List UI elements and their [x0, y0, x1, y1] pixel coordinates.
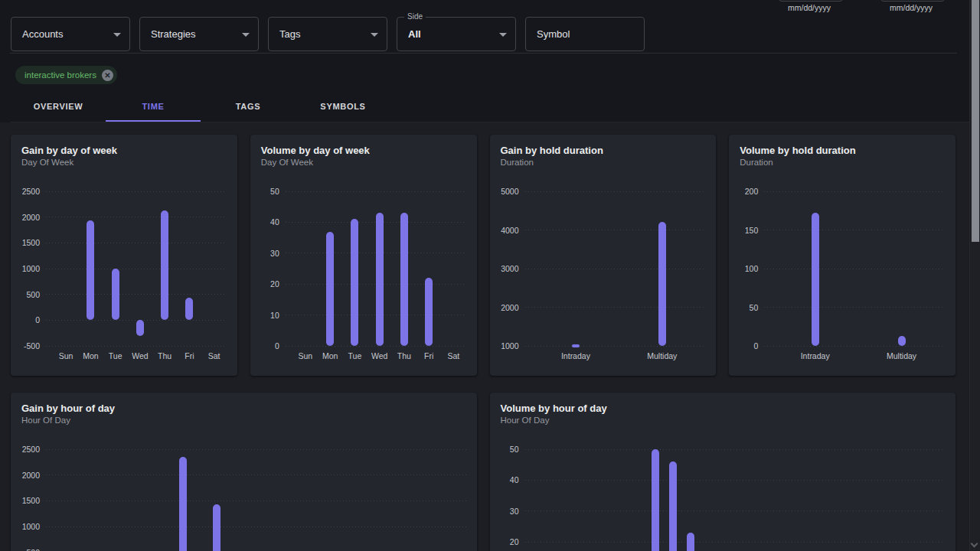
chevron-down-icon [113, 33, 121, 37]
chart-bar-mon[interactable] [87, 220, 94, 320]
chart-axis-label: Day Of Week [261, 158, 313, 167]
side-select-floating-label: Side [404, 12, 426, 21]
gridline [525, 480, 946, 481]
chevron-down-icon[interactable] [969, 540, 978, 549]
gridline [46, 500, 466, 501]
gridline [764, 307, 945, 308]
plot-area [525, 449, 946, 551]
date-to-input[interactable] [880, 0, 945, 2]
gridline [525, 346, 706, 347]
chart-card-gain-by-hour-of-day: Gain by hour of dayHour Of Day2500200015… [11, 393, 477, 551]
tags-select[interactable]: Tags [268, 17, 387, 51]
y-axis: 200150100500 [729, 191, 758, 346]
y-axis: 50403020100 [490, 449, 519, 551]
accounts-select[interactable]: Accounts [11, 17, 130, 51]
chart-bar[interactable] [687, 533, 694, 551]
gridline [46, 294, 227, 295]
chart-title: Volume by day of week [261, 145, 370, 156]
chart-bar[interactable] [213, 504, 220, 551]
chart-bar[interactable] [669, 461, 677, 551]
chart-bar-tue[interactable] [351, 219, 358, 346]
gridline [46, 217, 227, 217]
y-tick-label: 100 [729, 264, 758, 273]
tab-bar: OVERVIEWTIMETAGSSYMBOLS [11, 90, 969, 122]
symbol-input[interactable]: Symbol [525, 17, 645, 51]
gridline [525, 510, 946, 511]
chevron-down-icon [371, 33, 378, 37]
chevron-down-icon [242, 33, 250, 37]
x-tick-label: Intraday [792, 351, 838, 360]
chart-bar-wed[interactable] [376, 213, 384, 346]
chart-bar[interactable] [652, 449, 659, 551]
y-tick-label: -500 [11, 341, 40, 350]
y-tick-label: 1000 [490, 341, 519, 350]
filter-chip[interactable]: interactive brokers✕ [15, 66, 117, 84]
gridline [46, 243, 227, 243]
y-tick-label: 50 [490, 445, 519, 454]
strategies-select[interactable]: Strategies [139, 17, 259, 51]
chart-card-volume-by-hour-of-day: Volume by hour of dayHour Of Day50403020… [490, 393, 956, 551]
chart-bar-multiday[interactable] [898, 336, 906, 346]
x-axis: IntradayMultiday [525, 351, 706, 362]
date-from-input[interactable] [779, 0, 843, 2]
chart-title: Volume by hold duration [740, 145, 855, 156]
y-tick-label: 0 [250, 341, 279, 350]
plot-area [764, 191, 945, 346]
side-select[interactable]: Side All [397, 17, 516, 51]
vertical-scrollbar [969, 0, 980, 551]
tags-select-label: Tags [279, 28, 300, 40]
scrollbar-thumb[interactable] [972, 0, 979, 242]
plot-area [46, 449, 466, 551]
gridline [46, 527, 466, 527]
y-tick-label: 200 [729, 187, 758, 196]
y-tick-label: 2000 [490, 303, 519, 312]
x-axis: IntradayMultiday [764, 351, 945, 362]
chart-bar-thu[interactable] [400, 213, 408, 346]
chart-bar-tue[interactable] [112, 269, 119, 320]
filter-bar: Accounts Strategies Tags Side All Symbol [0, 0, 969, 51]
chart-bar-intraday[interactable] [572, 344, 580, 347]
tab-overview[interactable]: OVERVIEW [11, 90, 106, 122]
y-tick-label: 5000 [490, 187, 519, 196]
chart-bar-wed[interactable] [136, 320, 144, 335]
chart-bar-intraday[interactable] [812, 213, 819, 346]
chart-bar-mon[interactable] [326, 232, 334, 346]
accounts-select-label: Accounts [22, 28, 63, 40]
gridline [46, 474, 466, 475]
side-select-value: All [408, 28, 421, 40]
y-axis: 50004000300020001000 [490, 191, 519, 346]
gridline [46, 269, 227, 269]
chart-bar-thu[interactable] [161, 210, 168, 320]
x-tick-label: Multiday [879, 351, 925, 360]
chart-axis-label: Hour Of Day [501, 416, 550, 425]
chart-title: Gain by hold duration [501, 145, 603, 156]
x-tick-label: Intraday [553, 351, 599, 360]
y-tick-label: 50 [250, 187, 279, 196]
y-axis: 25002000150010005000-500 [11, 191, 40, 346]
y-tick-label: 20 [490, 537, 519, 546]
charts-content: Gain by day of weekDay Of Week2500200015… [0, 122, 969, 551]
y-tick-label: 500 [11, 548, 40, 551]
chart-title: Gain by hour of day [21, 403, 115, 414]
y-tick-label: 1000 [11, 522, 40, 531]
chart-bar[interactable] [179, 457, 187, 551]
y-tick-label: 0 [729, 341, 758, 350]
x-tick-label: Sat [430, 351, 476, 360]
tab-time[interactable]: TIME [106, 90, 201, 122]
gridline [525, 307, 706, 308]
gridline [764, 346, 945, 347]
chart-axis-label: Duration [740, 158, 773, 167]
tab-symbols[interactable]: SYMBOLS [296, 90, 390, 122]
charts-grid-bottom: Gain by hour of dayHour Of Day2500200015… [11, 393, 956, 551]
tab-tags[interactable]: TAGS [201, 90, 296, 122]
y-tick-label: 2000 [11, 471, 40, 480]
plot-area [286, 191, 466, 346]
date-from-format-hint: mm/dd/yyyy [788, 3, 831, 12]
chart-bar-fri[interactable] [425, 278, 433, 346]
gridline [46, 320, 227, 321]
chart-card-gain-by-day-of-week: Gain by day of weekDay Of Week2500200015… [11, 135, 237, 376]
chip-remove-icon[interactable]: ✕ [102, 70, 113, 81]
chart-bar-fri[interactable] [185, 298, 193, 320]
y-tick-label: 1500 [11, 496, 40, 505]
chart-bar-multiday[interactable] [658, 222, 666, 346]
